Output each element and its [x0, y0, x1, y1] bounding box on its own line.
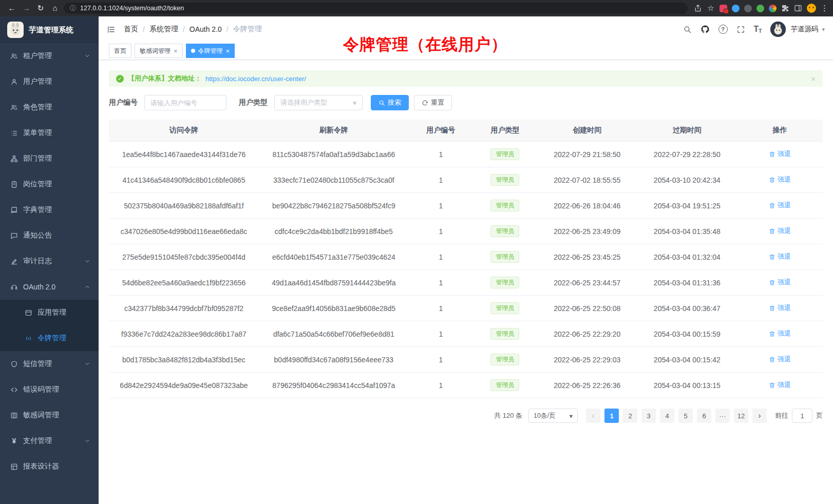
cell-access-token: 54d6be82ee5a460a9aedc1f9bf223656	[109, 270, 259, 296]
force-logout-button[interactable]: 强退	[769, 380, 791, 390]
sidebar-item-errcode[interactable]: 错误码管理	[0, 377, 99, 402]
user-name[interactable]: 芋道源码	[790, 25, 818, 34]
browser-toolbar-right: ☆ ⋮	[694, 0, 827, 16]
force-logout-button[interactable]: 强退	[769, 278, 791, 287]
search-icon[interactable]	[683, 25, 692, 34]
sidebar-item-role[interactable]: 角色管理	[0, 94, 99, 120]
force-logout-button[interactable]: 强退	[769, 355, 791, 364]
sidebar-item-oauth-token[interactable]: 令牌管理	[0, 325, 99, 351]
breadcrumb-item[interactable]: OAuth 2.0	[190, 25, 222, 33]
github-icon[interactable]	[701, 25, 710, 34]
side-panel-icon[interactable]	[794, 4, 802, 12]
user-type-select[interactable]: 请选择用户类型 ▾	[274, 95, 363, 110]
sidebar-item-oauth-app[interactable]: 应用管理	[0, 300, 99, 325]
extension-icon[interactable]	[732, 5, 740, 12]
extension-icon[interactable]	[720, 5, 727, 12]
sidebar-item-menu[interactable]: 菜单管理	[0, 120, 99, 146]
breadcrumb-separator: /	[183, 25, 185, 33]
extensions-puzzle-icon[interactable]	[781, 4, 789, 12]
prev-page-button[interactable]: ‹	[586, 409, 600, 423]
page-size-select[interactable]: 10条/页 ▾	[528, 409, 578, 423]
share-icon[interactable]	[694, 4, 702, 12]
browser-forward-icon[interactable]: →	[21, 0, 32, 16]
book-icon	[10, 206, 18, 214]
cell-refresh-token: be90422b8c7946218275a508bf524fc9	[259, 193, 409, 219]
more-pages-button[interactable]: ···	[715, 409, 730, 423]
sidebar-item-user[interactable]: 用户管理	[0, 69, 99, 94]
sidebar-item-sms[interactable]: 短信管理	[0, 351, 99, 377]
tab-token-management[interactable]: 令牌管理 ×	[186, 44, 235, 58]
browser-reload-icon[interactable]: ↻	[35, 0, 46, 16]
page-button[interactable]: 6	[697, 409, 711, 423]
site-info-icon[interactable]: ⓘ	[70, 4, 76, 13]
force-logout-button[interactable]: 强退	[769, 201, 791, 210]
extension-icon[interactable]	[756, 5, 764, 12]
force-logout-button[interactable]: 强退	[769, 303, 791, 313]
goto-page-input[interactable]	[792, 409, 812, 423]
font-size-icon[interactable]: TT	[754, 25, 762, 34]
main-area: 首页 / 系统管理 / OAuth 2.0 / 令牌管理 ? TT	[99, 16, 833, 504]
page-button[interactable]: 4	[660, 409, 674, 423]
browser-home-icon[interactable]: ⌂	[49, 0, 61, 16]
reset-button[interactable]: 重置	[414, 95, 452, 110]
sidebar-item-report-designer[interactable]: 报表设计器	[0, 454, 99, 479]
user-avatar[interactable]	[770, 22, 786, 37]
caret-down-icon[interactable]: ▾	[822, 26, 825, 33]
force-logout-button[interactable]: 强退	[769, 329, 791, 338]
page-button[interactable]: 1	[604, 409, 619, 423]
breadcrumb-item[interactable]: 系统管理	[149, 25, 178, 34]
next-page-button[interactable]: ›	[752, 409, 767, 423]
force-logout-button[interactable]: 强退	[769, 175, 791, 184]
sidebar-item-audit[interactable]: 审计日志	[0, 248, 99, 274]
cell-expire-time: 2054-03-04 19:51:25	[637, 193, 737, 219]
help-icon[interactable]: ?	[718, 25, 728, 34]
browser-back-icon[interactable]: ←	[6, 0, 17, 16]
breadcrumb-item[interactable]: 首页	[124, 25, 138, 34]
fullscreen-icon[interactable]	[736, 25, 745, 34]
collapse-sidebar-icon[interactable]	[107, 25, 116, 34]
page-button[interactable]: 12	[734, 409, 748, 423]
tab-home[interactable]: 首页	[109, 44, 131, 58]
cell-access-token: 1ea5e44f8bc1467aaede43144f31de76	[109, 142, 259, 167]
bookmark-star-icon[interactable]: ☆	[707, 0, 715, 16]
doc-link[interactable]: https://doc.iocoder.cn/user-center/	[205, 75, 306, 83]
page-button[interactable]: 5	[678, 409, 693, 423]
sidebar-item-dept[interactable]: 部门管理	[0, 146, 99, 171]
breadcrumb-separator: /	[226, 25, 229, 33]
browser-menu-icon[interactable]: ⋮	[821, 0, 827, 16]
layout-icon	[10, 463, 18, 471]
cell-refresh-token: 333ecfc71e02480cb11055c875c3ca0f	[259, 167, 409, 193]
sidebar-item-sensitive-word[interactable]: 敏感词管理	[0, 402, 99, 428]
extension-icon[interactable]	[744, 5, 752, 12]
user-type-badge: 管理员	[490, 302, 519, 314]
sidebar-item-dict[interactable]: 字典管理	[0, 197, 99, 223]
app-logo[interactable]: 芋道管理系统	[0, 16, 99, 43]
user-id-input[interactable]	[144, 95, 226, 110]
cell-actions: 强退	[737, 321, 823, 347]
close-icon[interactable]: ×	[174, 48, 178, 54]
user-type-badge: 管理员	[490, 277, 519, 288]
navbar-tools: ? TT 芋道源码 ▾	[683, 22, 825, 37]
search-button[interactable]: 搜索	[371, 95, 409, 110]
force-logout-button[interactable]: 强退	[769, 252, 791, 261]
close-icon[interactable]: ×	[226, 48, 230, 54]
sidebar-item-oauth[interactable]: OAuth 2.0	[0, 274, 99, 300]
url-text: 127.0.0.1:1024/system/oauth2/token	[80, 5, 184, 12]
sidebar-item-post[interactable]: 岗位管理	[0, 171, 99, 197]
sidebar-item-tenant[interactable]: 租户管理	[0, 43, 99, 69]
address-bar[interactable]: ⓘ 127.0.0.1:1024/system/oauth2/token	[64, 3, 688, 14]
sidebar-item-pay[interactable]: ¥ 支付管理	[0, 428, 99, 454]
extension-icon[interactable]	[769, 5, 777, 12]
browser-profile-avatar[interactable]	[807, 4, 816, 13]
table-row: 1ea5e44f8bc1467aaede43144f31de76 811c530…	[109, 142, 823, 167]
table-row: f9336e7c7dd242a283ee98dc86b17a87 dfa6c71…	[109, 321, 823, 347]
sidebar-item-notice[interactable]: 通知公告	[0, 223, 99, 248]
force-logout-button[interactable]: 强退	[769, 226, 791, 236]
page-button[interactable]: 2	[623, 409, 637, 423]
cell-user-id: 1	[409, 347, 473, 373]
tab-sensitive-word[interactable]: 敏感词管理 ×	[135, 44, 183, 58]
force-logout-button[interactable]: 强退	[769, 149, 791, 159]
alert-close-icon[interactable]: ×	[811, 74, 816, 83]
page-button[interactable]: 3	[641, 409, 656, 423]
cell-user-id: 1	[409, 193, 473, 219]
